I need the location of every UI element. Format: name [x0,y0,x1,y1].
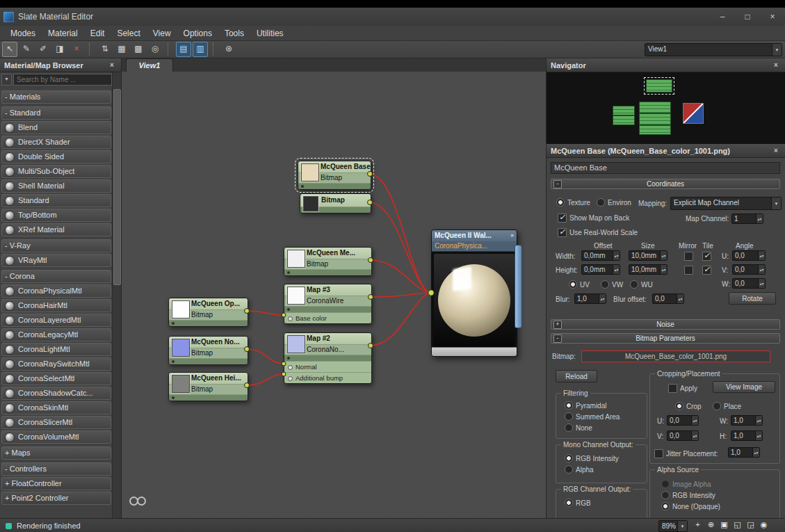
menu-options[interactable]: Options [177,26,218,41]
select-tool-icon[interactable]: ↖ [2,42,17,57]
mapping-dropdown[interactable]: Explicit Map Channel ▼ [670,197,782,210]
menu-material[interactable]: Material [42,26,84,41]
browser-item-coronaslicermtl[interactable]: CoronaSlicerMtl [1,416,111,429]
v-angle-spinner[interactable]: 0,0▴▾ [732,264,766,275]
navigator-thumbnail-view[interactable] [547,72,785,144]
browser-item-coronahairmtl[interactable]: CoronaHairMtl [1,299,111,312]
browser-item-coronalegacymtl[interactable]: CoronaLegacyMtl [1,328,111,341]
menu-edit[interactable]: Edit [84,26,111,41]
search-input[interactable] [13,74,112,86]
show-map-on-back-checkbox[interactable]: Show Map on Back [558,213,629,223]
radio-pyramidal[interactable]: Pyramidal [565,401,606,410]
browser-scrollbar[interactable] [112,72,121,518]
reload-button[interactable]: Reload [556,370,597,382]
browser-item-coronaselectmtl[interactable]: CoronaSelectMtl [1,372,111,385]
jitter-placement-checkbox[interactable]: Jitter Placement: [654,449,718,458]
find-binoculars-icon[interactable] [129,497,146,506]
browser-item-coronarayswitchmtl[interactable]: CoronaRaySwitchMtl [1,357,111,371]
width-size-spinner[interactable]: 10,0mm▴▾ [629,250,667,261]
rollout-noise[interactable]: + Noise [551,319,780,330]
apply-checkbox[interactable]: Apply [668,384,697,393]
browser-section-point2-controller[interactable]: + Point2 Controller [1,492,111,505]
menu-select[interactable]: Select [111,26,146,41]
expand-icon[interactable]: + [553,321,562,329]
radio-filter-none[interactable]: None [565,424,592,432]
assign-material-to-selection-icon[interactable]: ✐ [35,42,51,57]
collapse-icon[interactable]: - [553,334,562,343]
radio-none-opaque[interactable]: None (Opaque) [661,502,720,510]
put-material-to-library-icon[interactable]: ◨ [52,42,67,57]
blur-spinner[interactable]: 1,0▴▾ [574,293,606,304]
pick-material-from-object-icon[interactable]: ✎ [19,42,34,57]
move-children-icon[interactable]: ⇅ [97,42,113,57]
browser-section-v-ray[interactable]: - V-Ray [1,239,111,252]
width-offset-spinner[interactable]: 0,0mm▴▾ [581,250,620,261]
crop-v-spinner[interactable]: 0,0▴▾ [667,430,699,441]
browser-item-top-bottom[interactable]: Top/Bottom [1,209,111,222]
jitter-spinner[interactable]: 1,0▴▾ [728,447,760,458]
show-background-icon[interactable]: ▩ [131,42,146,57]
blur-offset-spinner[interactable]: 0,0▴▾ [652,293,684,304]
w-angle-spinner[interactable]: 0,0▴▾ [732,278,766,289]
node-map3-coronawire[interactable]: Map #3 CoronaWire Base color [284,284,372,324]
crop-w-spinner[interactable]: 1,0▴▾ [731,415,763,426]
delete-selected-icon[interactable]: × [69,42,84,57]
node-map2-coronanormal[interactable]: Map #2 CoronaNo... Normal Additional bum… [284,332,372,384]
browser-item-coronalightmtl[interactable]: CoronaLightMtl [1,343,111,356]
browser-item-vraymtl[interactable]: VRayMtl [1,254,111,267]
radio-image-alpha[interactable]: Image Alpha [661,480,711,488]
crop-h-spinner[interactable]: 1,0▴▾ [731,430,763,441]
radio-uv[interactable]: UV [569,280,590,289]
mirror-u-checkbox[interactable] [684,252,693,261]
view-image-button[interactable]: View Image [713,381,775,393]
browser-filter-icon[interactable]: ▼ [1,74,12,86]
rollout-bitmap-parameters[interactable]: - Bitmap Parameters [551,333,780,344]
node-slot-normal[interactable]: Normal [284,361,371,372]
map-channel-spinner[interactable]: 1▴▾ [731,213,763,224]
crop-u-spinner[interactable]: 0,0▴▾ [667,415,699,426]
node-bitmap-2[interactable]: Bitmap [300,193,371,213]
rollout-coordinates[interactable]: - Coordinates [551,179,780,189]
browser-section-maps[interactable]: + Maps [1,446,111,460]
browser-item-standard[interactable]: Standard [1,194,111,207]
browser-item-shell-material[interactable]: Shell Material [1,179,111,193]
radio-wu[interactable]: WU [630,280,653,289]
close-icon[interactable]: × [771,61,781,69]
title-bar[interactable]: Slate Material Editor –□× [0,8,785,26]
bitmap-file-button[interactable]: McQueen_Base_color_1001.png [581,350,770,362]
rotate-button[interactable]: Rotate [729,292,776,305]
zoom-region-icon[interactable]: ▣ [718,519,731,531]
pan-hand-icon[interactable]: + [691,519,704,531]
browser-item-coronashadowcatc[interactable]: CoronaShadowCatc... [1,387,111,400]
zoom-in-icon[interactable]: ⊕ [704,519,718,531]
radio-rgb-intensity[interactable]: RGB Intensity [565,454,619,462]
mirror-v-checkbox[interactable] [684,266,693,275]
show-shaded-material-in-viewport-icon[interactable]: ▦ [114,42,129,57]
close-icon[interactable]: × [771,147,781,154]
browser-section-materials[interactable]: - Materials [1,90,111,104]
u-angle-spinner[interactable]: 0,0▴▾ [732,250,766,261]
tile-u-checkbox[interactable] [702,252,711,261]
radio-vw[interactable]: VW [601,280,623,289]
navigator-header[interactable]: Navigator × [547,58,785,72]
zoom-extents-icon[interactable]: ◱ [731,519,744,531]
parameter-panel-header[interactable]: McQueen Base (McQueen_Base_color_1001.pn… [547,144,785,158]
close-button[interactable]: × [760,8,785,25]
menu-tools[interactable]: Tools [218,26,250,41]
zoom-level-combo[interactable]: 89% ▼ [658,520,688,532]
close-icon[interactable]: × [107,61,117,69]
node-corona-physical-material[interactable]: McQueen Il Wal... × CoronaPhysica... [431,229,517,357]
node-mcqueen-metalness[interactable]: McQueen Me... Bitmap [284,247,372,276]
node-mcqueen-base[interactable]: McQueen Base Bitmap [298,161,371,190]
material-id-channel-icon[interactable]: ⊛ [221,42,236,57]
browser-item-coronaskinmtl[interactable]: CoronaSkinMtl [1,401,111,414]
node-slot-additional-bump[interactable]: Additional bump [284,372,371,383]
active-view-combo[interactable]: View1 ▼ [645,43,782,56]
browser-item-coronalayeredmtl[interactable]: CoronaLayeredMtl [1,314,111,327]
height-offset-spinner[interactable]: 0,0mm▴▾ [581,264,620,275]
height-size-spinner[interactable]: 10,0mm▴▾ [629,264,667,275]
browser-item-coronavolumemtl[interactable]: CoronaVolumeMtl [1,430,111,444]
radio-texture[interactable]: Texture [556,198,590,207]
material-name-field[interactable]: McQueen Base [551,162,780,174]
render-map-icon[interactable]: ◎ [147,42,163,57]
